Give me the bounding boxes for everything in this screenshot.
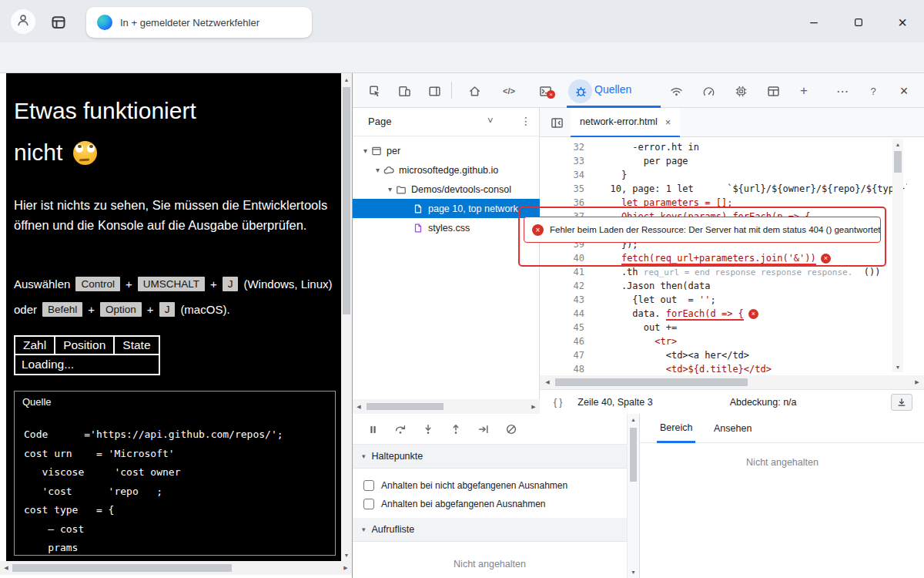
close-devtools-icon[interactable]: × [895,82,913,100]
source-panel: Quelle Code ='https://api.github.com/rep… [14,391,336,556]
tree-expand-icon[interactable]: ▾ [376,166,380,174]
navigator-horizontal-scrollbar[interactable]: ◀ ▶ [353,399,540,414]
devtools-menu-icon[interactable]: ⋯ [833,82,852,100]
scrollbar-thumb[interactable] [630,428,637,482]
caught-exceptions-checkbox-row[interactable]: Anhalten bei abgefangenen Ausnahmen [363,499,546,509]
editor-file-tab[interactable]: network-error.html × [571,108,680,137]
shortcut-suffix: (Windows, Linux) [243,277,332,291]
step-over-icon[interactable] [391,420,410,439]
scroll-down-icon[interactable]: ▼ [892,363,903,371]
scroll-up-icon[interactable]: ▲ [892,140,903,148]
callstack-section-header[interactable]: ▾ Aufrufliste [353,518,639,542]
scrollbar-thumb[interactable] [12,564,232,572]
browser-titlebar: In + gemeldeter Netzwerkfehler – × [0,0,924,42]
error-message-text: Fehler beim Laden der Ressource: Der Ser… [550,225,881,234]
scrollbar-thumb[interactable] [894,151,902,173]
tab-ansehen[interactable]: Ansehen [711,414,755,443]
close-window-button[interactable]: × [891,12,914,32]
step-icon[interactable] [474,420,493,439]
scope-not-paused-status: Nicht angehalten [640,457,924,468]
scroll-left-icon[interactable]: ◀ [543,375,552,389]
step-out-icon[interactable] [447,420,465,439]
file-icon [413,203,424,214]
download-icon[interactable] [891,394,912,411]
not-paused-status: Nicht angehalten [353,559,627,570]
scroll-right-icon[interactable]: ▶ [529,399,538,414]
tab-bereich[interactable]: Bereich [657,414,695,443]
toolbar-separator [451,82,452,99]
scroll-down-icon[interactable]: ▼ [628,568,639,576]
frame-icon [371,146,382,156]
minimize-button[interactable]: – [802,12,825,32]
page-vertical-scrollbar[interactable]: ▲ ▼ [341,73,352,561]
scroll-right-icon[interactable]: ▶ [341,561,350,575]
error-badge-icon[interactable]: × [748,309,758,319]
page-heading-line1: Etwas funktioniert [14,98,196,124]
chevron-down-icon[interactable]: ˅ [487,115,494,126]
scrollbar-thumb[interactable] [367,403,444,410]
tree-item-domain[interactable]: ▾ microsoftedge.github.io [353,160,540,180]
welcome-tab-icon[interactable] [465,82,484,100]
application-tab-icon[interactable] [764,82,782,100]
tree-item-frame[interactable]: ▾ per [353,141,540,160]
pause-icon[interactable] [363,420,382,439]
scroll-left-icon[interactable]: ◀ [354,399,363,414]
maximize-button[interactable] [847,12,870,32]
scroll-down-icon[interactable]: ▼ [341,550,352,560]
tree-expand-icon[interactable]: ▾ [388,185,392,193]
sources-tab-icon[interactable] [571,82,590,100]
scrollbar-thumb[interactable] [555,378,748,386]
performance-tab-icon[interactable] [699,82,718,100]
tree-item-label: styles.css [428,223,470,234]
workspaces-icon[interactable] [48,12,69,33]
tree-item-file-selected[interactable]: page 10, top network [353,199,540,218]
browser-tab[interactable]: In + gemeldeter Netzwerkfehler [86,7,312,38]
tree-item-folder[interactable]: ▾ Demos/devtools-consol [353,180,540,199]
table-header: Zahl [15,336,55,355]
pretty-print-icon[interactable]: { } [554,397,562,408]
editor-horizontal-scrollbar[interactable]: ◀ ▶ [540,375,924,389]
page-horizontal-scrollbar[interactable]: ◀ ▶ [0,561,352,575]
elements-tab-icon[interactable]: </> [500,82,518,100]
editor-vertical-scrollbar[interactable]: ▲ ▼ [892,139,903,372]
collapse-icon[interactable]: ▾ [362,526,366,533]
checkbox-icon[interactable] [363,499,374,509]
debugger-toolbar [353,414,639,445]
cloud-icon [383,165,394,176]
tree-item-file[interactable]: styles.css [353,218,540,237]
navigator-more-icon[interactable]: ⋮ [521,115,531,127]
uncaught-exceptions-checkbox-row[interactable]: Anhalten bei nicht abgefangenen Ausnahme… [363,480,567,491]
dock-side-icon[interactable] [425,82,444,100]
network-tab-icon[interactable] [667,82,685,100]
sources-tab-label[interactable]: Quellen [594,83,631,96]
scrollbar-thumb[interactable] [343,87,350,314]
tree-expand-icon[interactable]: ▾ [363,146,367,155]
tree-item-label: per [387,146,400,156]
tab-title: In + gemeldeter Netzwerkfehler [120,17,259,29]
coverage-status: Abdeckung: n/a [730,397,797,408]
shortcut-macos: oder Befehl + Option + J (macOS). [14,302,230,317]
add-tool-icon[interactable]: + [795,82,813,100]
edge-logo [97,15,112,30]
scroll-left-icon[interactable]: ◀ [2,561,11,575]
source-code-lines: Code ='https://api.github.com/repos/';co… [24,425,283,558]
checkbox-icon[interactable] [363,480,374,491]
scroll-up-icon[interactable]: ▲ [341,75,352,84]
inspect-icon[interactable] [365,82,383,100]
navigator-toggle-icon[interactable] [547,113,566,132]
deactivate-breakpoints-icon[interactable] [502,420,521,439]
browser-navbar: ← https://microsoftedge.github.io/Demos/… [0,42,924,73]
scroll-right-icon[interactable]: ▶ [912,375,922,389]
close-tab-icon[interactable]: × [665,116,671,128]
help-icon[interactable]: ? [864,82,882,100]
breakpoints-section-header[interactable]: ▾ Haltepunkte [353,445,639,469]
debugger-vertical-scrollbar[interactable]: ▲ ▼ [627,414,639,578]
collapse-icon[interactable]: ▾ [362,452,366,460]
memory-tab-icon[interactable] [732,82,750,100]
scroll-up-icon[interactable]: ▲ [628,415,639,424]
profile-avatar[interactable] [11,9,35,34]
navigator-page-tab[interactable]: Page [368,116,391,127]
step-into-icon[interactable] [419,420,437,439]
shortcut-windows: Auswählen Control + UMSCHALT + J (Window… [14,277,333,291]
device-toolbar-icon[interactable] [395,82,413,100]
